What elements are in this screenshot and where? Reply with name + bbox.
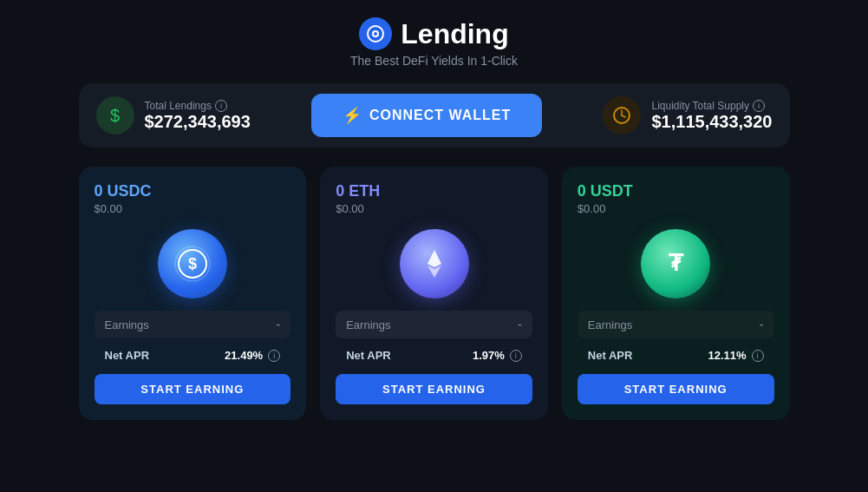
svg-text:₮: ₮ <box>669 250 684 276</box>
usdc-apr-info-icon[interactable]: i <box>268 350 280 362</box>
usdt-earnings-minus[interactable]: - <box>760 318 764 331</box>
clock-icon <box>603 96 641 134</box>
total-lendings-box: $ Total Lendings i $272,343,693 <box>96 96 251 134</box>
title-row: Lending <box>359 17 508 50</box>
liquidity-value: $1,115,433,320 <box>651 112 772 132</box>
connect-wallet-label: CONNECT WALLET <box>369 108 511 123</box>
usdt-logo-area: ₮ <box>578 229 774 298</box>
usdt-start-earning-button[interactable]: START EARNING <box>578 374 774 404</box>
card-usdt: 0 USDT $0.00 ₮ Earnings - Net APR 12.11%… <box>562 167 790 420</box>
liquidity-box: Liquidity Total Supply i $1,115,433,320 <box>603 96 772 134</box>
eth-earnings-label: Earnings <box>346 318 390 331</box>
usdt-earnings-label: Earnings <box>588 318 632 331</box>
usdc-usd-value: $0.00 <box>95 202 291 215</box>
eth-apr-value: 1.97% <box>473 349 505 362</box>
svg-line-5 <box>622 115 625 117</box>
eth-earnings-row: Earnings - <box>336 311 532 338</box>
usdt-coin-icon: ₮ <box>641 229 710 298</box>
usdc-apr-value-group: 21.49% i <box>225 349 280 362</box>
total-lendings-value: $272,343,693 <box>145 112 251 132</box>
usdt-apr-row: Net APR 12.11% i <box>578 345 774 371</box>
total-lendings-text: Total Lendings i $272,343,693 <box>145 100 251 132</box>
eth-apr-info-icon[interactable]: i <box>510 350 522 362</box>
eth-start-earning-button[interactable]: START EARNING <box>336 374 532 404</box>
usdc-earnings-minus[interactable]: - <box>277 318 281 331</box>
app-title: Lending <box>401 18 508 50</box>
eth-earnings-minus[interactable]: - <box>518 318 522 331</box>
usdt-apr-info-icon[interactable]: i <box>752 350 764 362</box>
usdc-apr-value: 21.49% <box>225 349 263 362</box>
usdt-apr-value: 12.11% <box>708 349 746 362</box>
usdt-usd-value: $0.00 <box>578 202 774 215</box>
stats-bar: $ Total Lendings i $272,343,693 ⚡ CONNEC… <box>79 83 790 148</box>
svg-marker-9 <box>427 250 441 267</box>
lightning-icon: ⚡ <box>343 106 362 125</box>
cards-row: 0 USDC $0.00 $ Earnings - Net APR 21.49%… <box>79 167 790 420</box>
total-lendings-info-icon[interactable]: i <box>215 100 227 112</box>
usdc-logo-area: $ <box>95 229 291 298</box>
eth-logo-area <box>336 229 532 298</box>
eth-apr-value-group: 1.97% i <box>473 349 522 362</box>
dollar-icon: $ <box>96 96 134 134</box>
header: Lending The Best DeFi Yields In 1-Click <box>350 17 518 68</box>
total-lendings-label: Total Lendings i <box>145 100 251 112</box>
eth-apr-label: Net APR <box>346 349 391 362</box>
eth-coin-icon <box>400 229 469 298</box>
eth-apr-row: Net APR 1.97% i <box>336 345 532 371</box>
connect-wallet-button[interactable]: ⚡ CONNECT WALLET <box>311 94 542 137</box>
app-logo-icon <box>359 17 392 50</box>
usdc-earnings-label: Earnings <box>105 318 149 331</box>
liquidity-info-icon[interactable]: i <box>753 100 765 112</box>
card-eth: 0 ETH $0.00 Earnings - Net APR 1.97% i S… <box>320 167 548 420</box>
usdc-apr-label: Net APR <box>105 349 150 362</box>
usdt-apr-value-group: 12.11% i <box>708 349 763 362</box>
usdc-start-earning-button[interactable]: START EARNING <box>95 374 291 404</box>
eth-usd-value: $0.00 <box>336 202 532 215</box>
liquidity-text: Liquidity Total Supply i $1,115,433,320 <box>651 100 772 132</box>
usdc-coin-icon: $ <box>158 229 227 298</box>
usdt-apr-label: Net APR <box>588 349 633 362</box>
svg-marker-10 <box>427 266 441 278</box>
app-subtitle: The Best DeFi Yields In 1-Click <box>350 54 518 68</box>
usdc-apr-row: Net APR 21.49% i <box>95 345 291 371</box>
liquidity-label: Liquidity Total Supply i <box>651 100 772 112</box>
svg-point-2 <box>374 32 377 36</box>
eth-token-name: 0 ETH <box>336 182 532 200</box>
usdc-token-name: 0 USDC <box>95 182 291 200</box>
usdt-earnings-row: Earnings - <box>578 311 774 338</box>
card-usdc: 0 USDC $0.00 $ Earnings - Net APR 21.49%… <box>79 167 307 420</box>
usdt-token-name: 0 USDT <box>578 182 774 200</box>
svg-text:$: $ <box>188 255 197 272</box>
usdc-earnings-row: Earnings - <box>95 311 291 338</box>
